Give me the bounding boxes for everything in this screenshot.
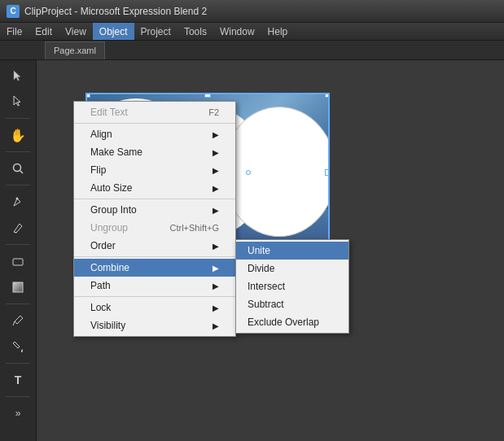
left-toolbar: ✋: [0, 60, 37, 441]
path-arrow: ▶: [213, 282, 219, 290]
shape-tool-button[interactable]: [6, 249, 30, 273]
menu-tools[interactable]: Tools: [177, 23, 213, 40]
canvas-area: Combine Path Edit Text F2 Align ▶ Make S…: [37, 60, 504, 441]
submenu-subtract[interactable]: Subtract: [236, 295, 348, 313]
align-arrow: ▶: [213, 130, 219, 139]
paint-bucket-button[interactable]: [6, 334, 30, 359]
submenu-divide[interactable]: Divide: [236, 260, 348, 277]
menu-item-group-into[interactable]: Group Into ▶: [74, 201, 235, 219]
text-icon: T: [15, 373, 22, 386]
pan-icon: ✋: [10, 128, 26, 143]
menu-file[interactable]: File: [0, 23, 28, 40]
separator-4: [74, 296, 235, 297]
lock-arrow: ▶: [213, 303, 219, 312]
sel-handle-tr: [325, 93, 330, 98]
svg-rect-6: [13, 259, 23, 265]
menu-edit[interactable]: Edit: [28, 23, 59, 40]
submenu-unite[interactable]: Unite: [236, 242, 348, 260]
main-area: ✋: [0, 60, 504, 441]
menu-item-align[interactable]: Align ▶: [74, 125, 235, 143]
menu-view[interactable]: View: [59, 23, 93, 40]
svg-line-8: [13, 321, 15, 325]
svg-marker-1: [14, 96, 20, 106]
make-same-arrow: ▶: [213, 148, 219, 157]
menu-item-flip[interactable]: Flip ▶: [74, 161, 235, 179]
auto-size-arrow: ▶: [213, 184, 219, 193]
combine-arrow: ▶: [213, 264, 219, 273]
svg-rect-7: [13, 282, 23, 292]
svg-point-4: [16, 198, 19, 200]
toolbar-divider-1: [6, 118, 30, 119]
tab-page-xaml[interactable]: Page.xaml: [45, 41, 105, 59]
submenu-exclude-overlap[interactable]: Exclude Overlap: [236, 313, 348, 331]
text-tool-button[interactable]: T: [6, 368, 30, 392]
visibility-arrow: ▶: [213, 321, 219, 330]
more-icon: »: [15, 408, 21, 419]
menu-item-make-same[interactable]: Make Same ▶: [74, 143, 235, 161]
separator-3: [74, 256, 235, 257]
eyedropper-tool-button[interactable]: [6, 308, 30, 333]
menu-window[interactable]: Window: [213, 23, 261, 40]
toolbar-divider-7: [6, 396, 30, 397]
svg-point-2: [14, 164, 21, 172]
sel-handle-tm: [204, 93, 211, 98]
flip-arrow: ▶: [213, 166, 219, 175]
pencil-tool-button[interactable]: [6, 216, 30, 240]
toolbar-divider-3: [6, 185, 30, 186]
direct-selection-tool-button[interactable]: [6, 90, 30, 114]
menu-item-lock[interactable]: Lock ▶: [74, 299, 235, 317]
app-icon-text: C: [10, 7, 15, 15]
menu-project[interactable]: Project: [134, 23, 177, 40]
object-menu: Edit Text F2 Align ▶ Make Same ▶ Flip ▶: [73, 101, 236, 337]
tab-bar: Page.xaml: [0, 41, 504, 60]
pen-tool-button[interactable]: [6, 190, 30, 214]
menu-item-ungroup[interactable]: Ungroup Ctrl+Shift+G: [74, 219, 235, 237]
svg-line-3: [20, 171, 24, 174]
combine-submenu: Unite Divide Intersect Subtract Exclude …: [235, 239, 349, 334]
menu-item-combine[interactable]: Combine ▶: [74, 259, 235, 277]
title-bar-text: ClipProject - Microsoft Expression Blend…: [24, 6, 207, 17]
zoom-tool-button[interactable]: [6, 156, 30, 181]
group-into-arrow: ▶: [213, 206, 219, 215]
app-icon: C: [7, 5, 20, 18]
menu-bar: File Edit View Object Project Tools Wind…: [0, 23, 504, 41]
svg-line-5: [14, 232, 16, 233]
separator-2: [74, 199, 235, 199]
menu-item-auto-size[interactable]: Auto Size ▶: [74, 179, 235, 197]
toolbar-divider-4: [6, 244, 30, 245]
pan-tool-button[interactable]: ✋: [6, 123, 30, 147]
toolbar-divider-2: [6, 151, 30, 152]
title-bar: C ClipProject - Microsoft Expression Ble…: [0, 0, 504, 23]
object-menu-dropdown: Edit Text F2 Align ▶ Make Same ▶ Flip ▶: [73, 101, 349, 337]
selection-tool-button[interactable]: [6, 63, 30, 88]
more-tools-button[interactable]: »: [6, 401, 30, 426]
menu-help[interactable]: Help: [261, 23, 295, 40]
sel-handle-tl: [85, 93, 90, 98]
separator-1: [74, 123, 235, 124]
order-arrow: ▶: [213, 242, 219, 251]
svg-marker-0: [14, 71, 20, 81]
toolbar-divider-6: [6, 363, 30, 364]
menu-item-visibility[interactable]: Visibility ▶: [74, 317, 235, 334]
menu-object[interactable]: Object: [93, 23, 134, 40]
gradient-tool-button[interactable]: [6, 275, 30, 299]
menu-item-order[interactable]: Order ▶: [74, 237, 235, 255]
toolbar-divider-5: [6, 303, 30, 304]
submenu-intersect[interactable]: Intersect: [236, 277, 348, 295]
menu-item-edit-text[interactable]: Edit Text F2: [74, 103, 235, 121]
menu-item-path[interactable]: Path ▶: [74, 277, 235, 295]
